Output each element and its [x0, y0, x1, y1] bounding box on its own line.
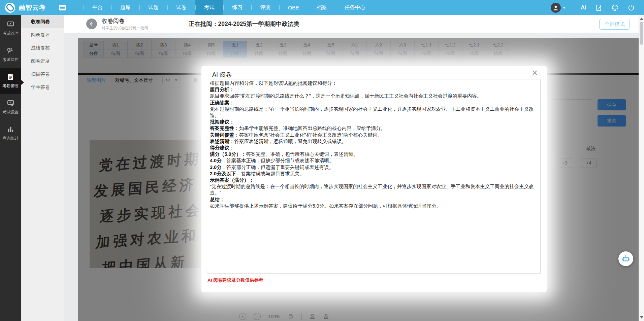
theme-palette-icon[interactable]: [611, 4, 619, 11]
ai-suggestion-line: 关键词覆盖：答案中应包含“社会主义工业化”和“社会主义改造”两个核心关键词。: [210, 132, 538, 138]
nav-item[interactable]: 平台: [84, 0, 111, 15]
nav-separator: [223, 5, 224, 10]
robot-icon: [621, 254, 630, 263]
navbar-divider: [571, 5, 571, 11]
page-title: 收卷阅卷: [102, 17, 125, 25]
nav-item-label: 任务中心: [345, 4, 365, 11]
ai-suggestion-line: 示例答案（满分）：: [210, 177, 538, 183]
nav-menu: 平台 题库 试题 试卷 考试 练习: [84, 0, 374, 15]
ai-suggestion-line: 批阅建议：: [210, 119, 538, 125]
nav-item[interactable]: OBE: [279, 0, 308, 15]
nav-item-label: 考试: [204, 4, 215, 11]
ai-suggestion-line: 表述清晰：答案应表述清晰，逻辑通顺，避免出现歧义或错误。: [210, 138, 538, 145]
ai-suggestion-line: 满分（5.0分）：答案完整、准确，包含所有核心关键词，表述清晰。: [210, 151, 538, 157]
brand-name: 融智云考: [19, 3, 46, 12]
page-header: 收卷阅卷 对学生的试卷进行统一批阅 正在批阅：2024-2025第一学期期中政法…: [64, 15, 639, 33]
nav-item[interactable]: 档案: [308, 0, 336, 15]
nav-separator: [251, 5, 252, 10]
modal-title: AI 阅卷: [212, 71, 232, 79]
close-icon[interactable]: ✕: [532, 69, 538, 77]
submenu-item-grading-progress[interactable]: 阅卷进度: [21, 55, 64, 68]
exam-settings-icon: [6, 99, 15, 107]
nav-item[interactable]: 试卷: [167, 0, 195, 15]
nav-item-label: OBE: [288, 5, 299, 11]
grading-status: 正在批阅：2024-2025第一学期期中政法类: [189, 20, 299, 28]
back-button[interactable]: [86, 19, 97, 29]
nav-item-label: 试题: [148, 4, 159, 11]
ai-suggestion-line: 正确答案：: [210, 100, 538, 106]
nav-separator: [167, 5, 168, 10]
active-rail-notch: [21, 80, 24, 85]
exam-manage-icon: [6, 21, 15, 28]
ai-suggestion-line: 答案完整性：如果学生能够完整、准确地回答出总路线的核心内容，应给予满分。: [210, 125, 538, 132]
collapse-menu-icon[interactable]: [59, 5, 66, 10]
rail-item-label: 考试管理: [2, 31, 19, 36]
nav-item-label: 平台: [92, 4, 103, 11]
rail-item-label: 查询统计: [2, 136, 19, 141]
ai-suggestion-line: 根据题目内容和分值，以下是对该试题的批阅建议和得分：: [210, 80, 538, 86]
nav-item[interactable]: 评测: [251, 0, 279, 15]
nav-item-label: 题库: [120, 4, 131, 11]
ai-suggestion-line: 题目分析：: [210, 86, 538, 93]
rail-item-exam-monitor[interactable]: 考试监控: [0, 41, 21, 68]
nav-separator: [336, 5, 336, 10]
ai-suggestion-text: 根据题目内容和分值，以下是对该试题的批阅建议和得分： 题目分析： 题目要求回答“…: [207, 79, 541, 274]
page-subtitle: 对学生的试卷进行统一批阅: [102, 26, 148, 31]
ai-suggestion-line: 2.0分及以下：答案错误或与题目要求无关。: [210, 171, 538, 177]
submenu-item-collect-grade[interactable]: 收卷阅卷: [21, 15, 64, 28]
fullscreen-button[interactable]: 全屏模式: [599, 19, 630, 30]
submenu: 收卷阅卷 阅卷复评 成绩复核 阅卷进度 扫描答卷 学生答卷: [21, 15, 64, 321]
scroll-down-icon[interactable]: [640, 316, 643, 319]
avatar-caret-icon[interactable]: ▼: [562, 6, 566, 9]
nav-item-label: 练习: [232, 4, 243, 11]
rail-item-paper-manage[interactable]: 考卷管理: [0, 68, 21, 94]
avatar[interactable]: [551, 3, 561, 13]
ai-suggestion-line: “党在过渡时期的总路线是：在一个相当长的时期内，逐步实现国家的社会主义工业化，并…: [210, 183, 538, 196]
rail-item-label: 考试监控: [2, 57, 19, 63]
nav-item[interactable]: 题库: [111, 0, 139, 15]
ai-assistant-fab[interactable]: [618, 251, 633, 266]
navbar-right: ▼ Ai: [551, 0, 639, 15]
rail-item-exam-manage[interactable]: 考试管理: [0, 15, 21, 41]
nav-item[interactable]: 练习: [223, 0, 251, 15]
ai-disclaimer: AI 阅卷建议及分数仅供参考: [207, 277, 263, 283]
nav-separator: [279, 5, 280, 10]
submenu-item-student-papers[interactable]: 学生答卷: [21, 81, 64, 94]
scroll-up-icon[interactable]: [640, 17, 643, 20]
nav-item[interactable]: 任务中心: [336, 0, 374, 15]
left-rail: 考试管理 考试监控 考卷管理 考试设置 查询统计: [0, 15, 21, 321]
ai-suggestion-line: 题目要求回答“党在过渡时期的总路线是什么？”，这是一个历史知识点，属于新民主主义…: [210, 93, 538, 99]
ai-suggestion-line: 党在过渡时期的总路线是：“在一个相当长的时期内，逐步实现国家的社会主义工业化，并…: [210, 106, 538, 119]
nav-item-label: 试卷: [176, 4, 187, 11]
exam-monitor-icon: [6, 47, 15, 55]
nav-item-label: 档案: [317, 4, 327, 11]
nav-separator: [84, 5, 84, 10]
grading-prefix: 正在批阅：: [189, 21, 218, 27]
nav-separator: [111, 5, 112, 10]
ai-suggestion-line: 如果学生能够提供上述示例答案，建议给予满分5.0分。如果答案存在部分问题，可根据…: [210, 203, 538, 209]
ai-tool-icon[interactable]: Ai: [581, 4, 586, 11]
user-icon: [552, 4, 559, 11]
nav-separator: [195, 5, 196, 10]
stats-bars-icon: [6, 126, 15, 133]
submenu-item-score-recheck[interactable]: 成绩复核: [21, 41, 64, 55]
ai-suggestion-line: 得分建议：: [210, 145, 538, 151]
rail-item-exam-settings[interactable]: 考试设置: [0, 94, 21, 120]
logout-power-icon[interactable]: [627, 4, 635, 11]
vertical-scrollbar[interactable]: [639, 15, 644, 321]
submenu-item-regrade-review[interactable]: 阅卷复评: [21, 28, 64, 41]
submenu-item-scanned-papers[interactable]: 扫描答卷: [21, 68, 64, 81]
ai-suggestion-line: 4.0分：答案基本正确，但缺少部分细节或表述不够清晰。: [210, 157, 538, 164]
nav-item[interactable]: 考试: [195, 0, 223, 15]
notes-pen-icon[interactable]: [595, 4, 603, 11]
rail-item-stats[interactable]: 查询统计: [0, 120, 21, 146]
scrollbar-thumb[interactable]: [640, 22, 643, 45]
rail-item-label: 考卷管理: [2, 83, 19, 89]
exam-name: 2024-2025第一学期期中政法类: [218, 21, 299, 27]
top-navbar: 融智云考 平台 题库 试题 试卷 考: [0, 0, 644, 15]
nav-item[interactable]: 试题: [139, 0, 167, 15]
ai-suggestion-line: 3.0分：答案部分正确，但遗漏了重要关键词或表述有误。: [210, 164, 538, 171]
arrow-left-icon: [89, 21, 95, 27]
brand-logo-icon: [5, 2, 15, 13]
ai-grading-modal: AI 阅卷 ✕ 根据题目内容和分值，以下是对该试题的批阅建议和得分： 题目分析：…: [201, 66, 547, 292]
